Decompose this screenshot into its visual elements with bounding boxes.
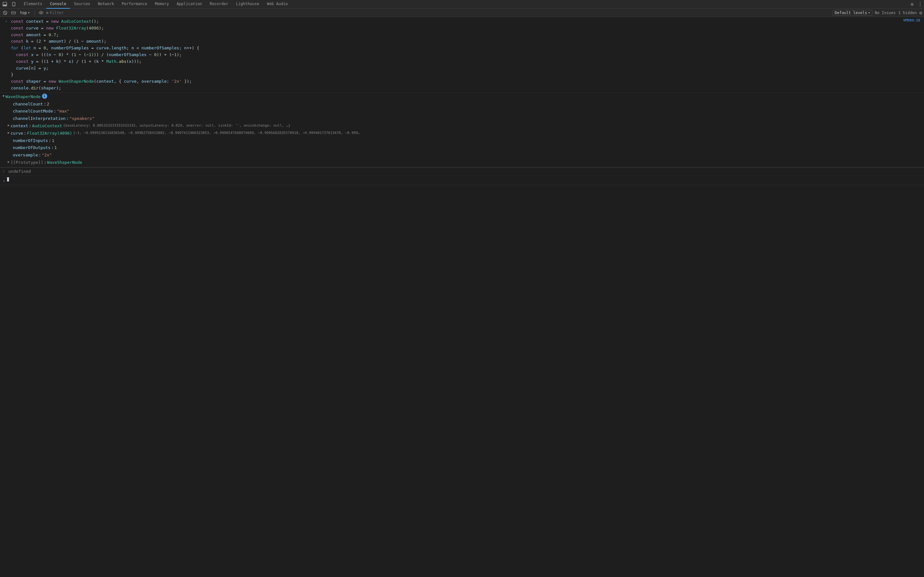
live-expressions-button[interactable] [38,10,44,16]
top-tab-right: ⚙ ⋮ [909,1,923,8]
prop-key-prototype: [[Prototype]] [11,159,43,166]
code-line-3: const amount = 0.7; [11,32,199,39]
prop-key-curve: curve [11,130,23,137]
prop-context[interactable]: ▶ context : AudioContext {baseLatency: 0… [8,122,362,130]
undefined-value: undefined [8,168,31,175]
settings-icon[interactable]: ⚙ [909,1,916,8]
code-line-4: const k = (2 * amount) / (1 − amount); [11,38,199,45]
code-line-5: for (let n = 0, numberOfSamples = curve.… [11,45,199,52]
top-tab-bar: Elements Console Sources Network Perform… [0,0,924,9]
context-class: AudioContext [32,123,62,129]
console-input-line[interactable]: › [0,176,924,185]
prop-numberOfInputs: numberOfInputs : 1 [8,137,362,145]
filter-input[interactable] [50,11,830,15]
console-toolbar: top ▾ ⊘ Default levels ▾ No Issues 1 hid… [0,9,924,17]
clear-console-button[interactable] [2,10,8,16]
prop-key-context: context [11,123,28,129]
code-line-2: const curve = new Float32Array(4096); [11,25,199,32]
svg-line-5 [4,12,6,14]
curve-class: Float32Array(4096) [27,130,72,137]
prop-key-numberOfOutputs: numberOfOutputs [13,145,50,151]
toggle-drawer-button[interactable] [10,10,17,16]
no-issues-label: No Issues [875,11,896,15]
tab-console[interactable]: Console [46,0,70,9]
filter-area: ⊘ [46,11,830,15]
prop-channelCount: channelCount : 2 [8,101,362,108]
prop-key-numberOfInputs: numberOfInputs [13,137,48,144]
prop-val-context: {baseLatency: 0.005333333333333333, outp… [63,123,291,129]
vm-link[interactable]: VM984:18 [903,18,920,23]
toolbar-right: Default levels ▾ No Issues 1 hidden ⚙ [833,10,922,16]
code-line-9: } [11,71,199,78]
tab-performance[interactable]: Performance [118,0,151,9]
svg-point-3 [13,5,14,6]
chevron-down-icon: ▾ [868,11,870,15]
svg-rect-1 [3,5,7,6]
tab-web-audio[interactable]: Web Audio [263,0,292,9]
svg-point-8 [40,12,42,13]
prop-val-numberOfOutputs: 1 [54,145,57,151]
prop-key-channelInterpretation: channelInterpretation [13,115,65,122]
prop-key-channelCountMode: channelCountMode [13,108,53,115]
prop-channelInterpretation: channelInterpretation : "speakers" [8,115,362,122]
filter-icon: ⊘ [46,11,48,15]
devtools-icons [1,1,17,8]
console-content: VM984:18 › const context = new AudioCont… [0,17,924,288]
console-settings-icon[interactable]: ⚙ [919,10,922,15]
object-badge: 1 [42,93,47,99]
code-line-10: const shaper = new WaveShaperNode(contex… [11,78,199,85]
dock-icon[interactable] [1,1,8,8]
cursor [7,177,9,181]
curve-expand-icon[interactable]: ▶ [8,130,10,135]
input-arrow: › [5,18,9,24]
object-properties: channelCount : 2 channelCountMode : "max… [8,101,362,166]
prop-val-curve: [−1, −0.9999138116836548, −0.99982750415… [73,130,362,136]
more-options-icon[interactable]: ⋮ [918,1,923,7]
prop-oversample: oversample : "2x" [8,152,362,159]
prop-val-channelCountMode: "max" [57,108,69,115]
prop-prototype[interactable]: ▶ [[Prototype]] : WaveShaperNode [8,159,362,166]
prop-numberOfOutputs: numberOfOutputs : 1 [8,144,362,152]
prop-val-numberOfInputs: 1 [52,137,54,144]
prop-key-channelCount: channelCount [13,101,43,108]
code-input-block: VM984:18 › const context = new AudioCont… [0,17,924,93]
object-output: ▼ WaveShaperNode 1 channelCount : 2 chan… [0,93,924,167]
tab-recorder[interactable]: Recorder [206,0,232,9]
mobile-icon[interactable] [10,1,17,8]
tab-memory[interactable]: Memory [151,0,173,9]
prop-val-channelCount: 2 [47,101,49,108]
toolbar-divider [34,10,35,15]
code-line-6: const x = (((n − 0) * (1 − (−1))) / (num… [11,52,199,58]
prop-val-oversample: "2x" [42,152,52,159]
object-class-name: WaveShaperNode [5,93,41,100]
output-arrow: ‹ [3,168,6,174]
tab-elements[interactable]: Elements [20,0,46,9]
tab-network[interactable]: Network [94,0,118,9]
prototype-expand-icon[interactable]: ▶ [8,159,10,164]
hidden-count: 1 hidden [898,11,917,15]
context-selector[interactable]: top ▾ [19,10,31,15]
code-line-7: const y = ((1 + k) * x) / (1 + (k * Math… [11,58,199,65]
prop-curve[interactable]: ▶ curve : Float32Array(4096) [−1, −0.999… [8,130,362,137]
code-line-8: curve[n] = y; [11,65,199,72]
tab-lighthouse[interactable]: Lighthouse [232,0,263,9]
code-line-1: const context = new AudioContext(); [11,18,199,25]
chevron-down-icon: ▾ [28,11,30,15]
prop-channelCountMode: channelCountMode : "max" [8,108,362,115]
undefined-output: ‹ undefined [0,168,924,176]
prop-val-prototype: WaveShaperNode [47,159,82,166]
input-prompt: › [3,177,5,184]
prop-val-channelInterpretation: "speakers" [69,115,94,122]
expand-icon[interactable]: ▼ [3,93,5,99]
prop-key-oversample: oversample [13,152,38,159]
context-expand-icon[interactable]: ▶ [8,123,10,128]
code-block: const context = new AudioContext(); cons… [11,18,199,92]
code-line-11: console.dir(shaper); [11,85,199,92]
waveshaper-root-row[interactable]: ▼ WaveShaperNode 1 [3,93,47,101]
tab-sources[interactable]: Sources [70,0,94,9]
tab-application[interactable]: Application [173,0,206,9]
log-level-selector[interactable]: Default levels ▾ [833,10,872,16]
